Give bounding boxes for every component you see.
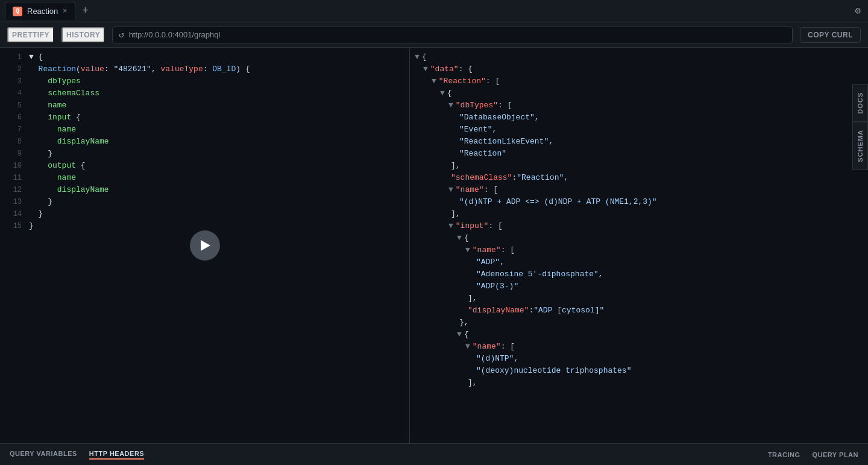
collapse-icon[interactable]: ▼ (432, 77, 436, 86)
result-token: "DatabaseObject", (459, 113, 539, 122)
url-input[interactable] (129, 30, 786, 39)
line-content: displayName (29, 137, 404, 146)
line-content: } (29, 197, 404, 206)
settings-icon[interactable]: ⚙ (855, 5, 861, 17)
collapse-icon[interactable]: ▼ (423, 65, 428, 74)
result-token: "ReactionLikeEvent", (459, 137, 553, 146)
result-token: "input" (456, 221, 489, 230)
collapse-icon[interactable]: ▼ (440, 89, 445, 98)
collapse-icon[interactable]: ▼ (465, 245, 470, 255)
result-line: ▼"dbTypes": [ (410, 101, 868, 113)
result-line: "(deoxy)nucleotide triphosphates" (410, 366, 868, 378)
copy-curl-button[interactable]: COPY CURL (800, 27, 861, 43)
reaction-tab[interactable]: Q Reaction × (5, 2, 75, 20)
query-line: 13 } (0, 197, 409, 209)
play-icon (201, 240, 210, 251)
result-token: ], (468, 294, 477, 303)
result-token: }, (459, 318, 469, 327)
main-area: 1▼ {2 Reaction(value: "482621", valueTyp… (0, 48, 868, 443)
result-token: "ADP", (476, 258, 505, 267)
result-line: ▼"input": [ (410, 221, 868, 233)
result-token: { (422, 52, 427, 62)
result-line: ▼{ (410, 52, 868, 65)
tracing-tab[interactable]: TRACING (768, 451, 800, 458)
line-number: 4 (5, 89, 22, 98)
query-line: 4 schemaClass (0, 89, 409, 101)
result-token: ], (451, 161, 461, 170)
query-variables-tab[interactable]: QUERY VARIABLES (10, 450, 77, 460)
collapse-icon[interactable]: ▼ (457, 233, 462, 242)
line-content: } (29, 209, 404, 218)
result-token: : { (459, 65, 473, 74)
result-token: { (447, 89, 452, 98)
run-button[interactable] (190, 230, 220, 261)
line-number: 8 (5, 137, 22, 146)
collapse-icon[interactable]: ▼ (448, 221, 453, 230)
result-token: : [ (501, 342, 515, 351)
line-number: 10 (5, 161, 22, 170)
query-plan-tab[interactable]: QUERY PLAN (812, 451, 858, 458)
line-content: schemaClass (29, 89, 404, 98)
collapse-icon[interactable]: ▼ (457, 330, 462, 339)
line-number: 2 (5, 65, 22, 74)
collapse-icon[interactable]: ▼ (448, 101, 453, 110)
line-content: dbTypes (29, 77, 404, 86)
query-line: 14 } (0, 209, 409, 221)
result-token: "displayName" (468, 306, 529, 315)
result-line: "(d)NTP + ADP <=> (d)NDP + ATP (NME1,2,3… (410, 197, 868, 209)
prettify-button[interactable]: PRETTIFY (7, 27, 54, 43)
result-line: "(d)NTP", (410, 354, 868, 366)
line-number: 11 (5, 173, 22, 182)
result-line: }, (410, 318, 868, 330)
line-number: 13 (5, 197, 22, 206)
url-bar: ↺ (112, 27, 793, 43)
result-token: : (529, 306, 533, 315)
collapse-icon[interactable]: ▼ (465, 342, 470, 351)
result-token: "ADP [cytosol]" (533, 306, 604, 315)
bottom-bar: QUERY VARIABLES HTTP HEADERS TRACING QUE… (0, 443, 868, 465)
tab-bar: Q Reaction × + ⚙ (0, 0, 868, 22)
result-token: "(d)NTP + ADP <=> (d)NDP + ATP (NME1,2,3… (459, 197, 657, 206)
result-token: : [ (486, 77, 500, 86)
query-line: 5 name (0, 101, 409, 113)
query-line: 6 input { (0, 113, 409, 125)
query-line: 2 Reaction(value: "482621", valueType: D… (0, 65, 409, 77)
result-line: ▼{ (410, 330, 868, 342)
line-content: } (29, 221, 404, 230)
result-line: ], (410, 378, 868, 390)
result-line: "Reaction" (410, 149, 868, 161)
line-content: name (29, 173, 404, 182)
add-tab-button[interactable]: + (78, 3, 93, 19)
query-line: 10 output { (0, 161, 409, 173)
tab-label: Reaction (27, 7, 58, 16)
result-token: "Adenosine 5'-diphosphate", (476, 270, 603, 279)
line-number: 14 (5, 209, 22, 218)
result-line: "ADP", (410, 258, 868, 270)
result-token: "name" (473, 245, 501, 255)
result-line: "Event", (410, 125, 868, 137)
result-line: ], (410, 209, 868, 221)
line-content: name (29, 125, 404, 134)
query-line: 12 displayName (0, 185, 409, 197)
history-button[interactable]: HISTORY (61, 27, 105, 43)
result-line: ], (410, 294, 868, 306)
tab-close-button[interactable]: × (63, 7, 67, 16)
collapse-icon[interactable]: ▼ (448, 185, 453, 194)
query-panel: 1▼ {2 Reaction(value: "482621", valueTyp… (0, 48, 410, 443)
tab-icon: Q (13, 7, 22, 16)
result-line: ▼{ (410, 89, 868, 101)
result-line: ▼{ (410, 233, 868, 245)
collapse-icon[interactable]: ▼ (415, 52, 420, 62)
schema-button[interactable]: SCHEMA (852, 122, 868, 170)
bottom-right-tabs: TRACING QUERY PLAN (768, 451, 858, 458)
refresh-icon[interactable]: ↺ (119, 30, 124, 40)
query-line: 1▼ { (0, 52, 409, 65)
result-panel[interactable]: ▼{▼"data": {▼"Reaction": [▼{▼"dbTypes": … (410, 48, 868, 443)
docs-button[interactable]: DOCS (852, 84, 868, 122)
toolbar: PRETTIFY HISTORY ↺ COPY CURL (0, 22, 868, 48)
result-line: ▼"name": [ (410, 245, 868, 258)
side-buttons: DOCS SCHEMA (852, 84, 868, 169)
result-token: "data" (430, 65, 459, 74)
http-headers-tab[interactable]: HTTP HEADERS (89, 450, 144, 460)
result-token: { (464, 233, 469, 242)
